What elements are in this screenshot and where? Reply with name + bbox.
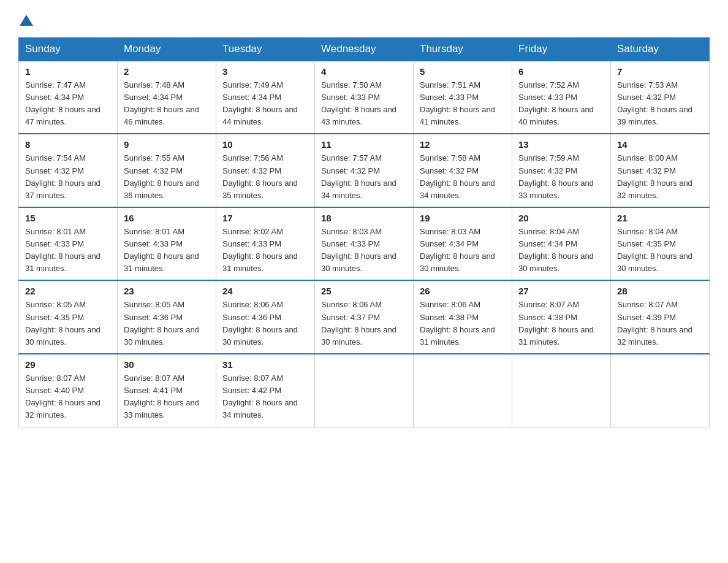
day-info: Sunrise: 8:01 AMSunset: 4:33 PMDaylight:…: [124, 227, 199, 273]
day-info: Sunrise: 8:07 AMSunset: 4:42 PMDaylight:…: [222, 373, 298, 419]
week-row-1: 1 Sunrise: 7:47 AMSunset: 4:34 PMDayligh…: [19, 61, 710, 134]
calendar-cell: 6 Sunrise: 7:52 AMSunset: 4:33 PMDayligh…: [512, 61, 611, 134]
day-number: 24: [222, 286, 308, 296]
week-row-2: 8 Sunrise: 7:54 AMSunset: 4:32 PMDayligh…: [19, 134, 710, 207]
calendar-cell: 22 Sunrise: 8:05 AMSunset: 4:35 PMDaylig…: [19, 280, 118, 354]
calendar-cell: 24 Sunrise: 8:06 AMSunset: 4:36 PMDaylig…: [216, 280, 315, 354]
day-info: Sunrise: 8:00 AMSunset: 4:32 PMDaylight:…: [617, 153, 692, 199]
calendar-cell: [512, 354, 611, 427]
calendar-cell: 12 Sunrise: 7:58 AMSunset: 4:32 PMDaylig…: [414, 134, 512, 207]
day-number: 20: [518, 213, 604, 223]
day-info: Sunrise: 8:07 AMSunset: 4:39 PMDaylight:…: [617, 300, 692, 346]
day-info: Sunrise: 8:02 AMSunset: 4:33 PMDaylight:…: [222, 227, 298, 273]
calendar-cell: 28 Sunrise: 8:07 AMSunset: 4:39 PMDaylig…: [611, 280, 710, 354]
day-info: Sunrise: 7:58 AMSunset: 4:32 PMDaylight:…: [420, 153, 495, 199]
day-number: 10: [222, 139, 308, 150]
calendar-cell: 11 Sunrise: 7:57 AMSunset: 4:32 PMDaylig…: [315, 134, 414, 207]
day-info: Sunrise: 7:52 AMSunset: 4:33 PMDaylight:…: [518, 80, 594, 126]
day-number: 17: [222, 213, 308, 223]
weekday-header-row: SundayMondayTuesdayWednesdayThursdayFrid…: [19, 37, 710, 61]
day-number: 30: [124, 359, 210, 370]
day-number: 7: [617, 66, 703, 77]
day-number: 8: [25, 139, 111, 150]
calendar-cell: 20 Sunrise: 8:04 AMSunset: 4:34 PMDaylig…: [512, 207, 611, 281]
calendar-cell: 15 Sunrise: 8:01 AMSunset: 4:33 PMDaylig…: [19, 207, 118, 281]
day-info: Sunrise: 8:06 AMSunset: 4:37 PMDaylight:…: [321, 300, 396, 346]
calendar-cell: 17 Sunrise: 8:02 AMSunset: 4:33 PMDaylig…: [216, 207, 315, 281]
day-number: 4: [321, 66, 407, 77]
calendar-cell: 9 Sunrise: 7:55 AMSunset: 4:32 PMDayligh…: [118, 134, 216, 207]
weekday-header-tuesday: Tuesday: [216, 37, 315, 61]
day-number: 16: [124, 213, 210, 223]
logo: [18, 12, 33, 31]
calendar-cell: 14 Sunrise: 8:00 AMSunset: 4:32 PMDaylig…: [611, 134, 710, 207]
day-info: Sunrise: 7:51 AMSunset: 4:33 PMDaylight:…: [420, 80, 495, 126]
calendar-cell: 5 Sunrise: 7:51 AMSunset: 4:33 PMDayligh…: [414, 61, 512, 134]
day-info: Sunrise: 7:50 AMSunset: 4:33 PMDaylight:…: [321, 80, 396, 126]
day-info: Sunrise: 8:07 AMSunset: 4:41 PMDaylight:…: [124, 373, 199, 419]
svg-marker-0: [20, 15, 33, 26]
calendar-cell: 3 Sunrise: 7:49 AMSunset: 4:34 PMDayligh…: [216, 61, 315, 134]
calendar-cell: 1 Sunrise: 7:47 AMSunset: 4:34 PMDayligh…: [19, 61, 118, 134]
day-info: Sunrise: 8:04 AMSunset: 4:35 PMDaylight:…: [617, 227, 692, 273]
logo-line1: [18, 12, 33, 31]
day-info: Sunrise: 7:49 AMSunset: 4:34 PMDaylight:…: [222, 80, 298, 126]
week-row-4: 22 Sunrise: 8:05 AMSunset: 4:35 PMDaylig…: [19, 280, 710, 354]
calendar-cell: [315, 354, 414, 427]
day-number: 5: [420, 66, 506, 77]
day-info: Sunrise: 7:55 AMSunset: 4:32 PMDaylight:…: [124, 153, 199, 199]
day-info: Sunrise: 8:07 AMSunset: 4:40 PMDaylight:…: [25, 373, 100, 419]
day-number: 26: [420, 286, 506, 296]
calendar-cell: 31 Sunrise: 8:07 AMSunset: 4:42 PMDaylig…: [216, 354, 315, 427]
page-header: [18, 12, 710, 31]
calendar-cell: 16 Sunrise: 8:01 AMSunset: 4:33 PMDaylig…: [118, 207, 216, 281]
calendar-cell: 21 Sunrise: 8:04 AMSunset: 4:35 PMDaylig…: [611, 207, 710, 281]
calendar-cell: 18 Sunrise: 8:03 AMSunset: 4:33 PMDaylig…: [315, 207, 414, 281]
calendar-cell: 10 Sunrise: 7:56 AMSunset: 4:32 PMDaylig…: [216, 134, 315, 207]
day-number: 2: [124, 66, 210, 77]
day-info: Sunrise: 8:03 AMSunset: 4:34 PMDaylight:…: [420, 227, 495, 273]
day-number: 1: [25, 66, 111, 77]
day-number: 23: [124, 286, 210, 296]
calendar-cell: 19 Sunrise: 8:03 AMSunset: 4:34 PMDaylig…: [414, 207, 512, 281]
day-info: Sunrise: 7:54 AMSunset: 4:32 PMDaylight:…: [25, 153, 100, 199]
day-info: Sunrise: 8:01 AMSunset: 4:33 PMDaylight:…: [25, 227, 100, 273]
calendar-cell: 27 Sunrise: 8:07 AMSunset: 4:38 PMDaylig…: [512, 280, 611, 354]
day-info: Sunrise: 8:06 AMSunset: 4:38 PMDaylight:…: [420, 300, 495, 346]
day-number: 31: [222, 359, 308, 370]
day-info: Sunrise: 8:05 AMSunset: 4:35 PMDaylight:…: [25, 300, 100, 346]
calendar-cell: 29 Sunrise: 8:07 AMSunset: 4:40 PMDaylig…: [19, 354, 118, 427]
day-info: Sunrise: 7:53 AMSunset: 4:32 PMDaylight:…: [617, 80, 692, 126]
calendar-table: SundayMondayTuesdayWednesdayThursdayFrid…: [18, 37, 710, 427]
day-number: 19: [420, 213, 506, 223]
day-info: Sunrise: 7:57 AMSunset: 4:32 PMDaylight:…: [321, 153, 396, 199]
day-number: 9: [124, 139, 210, 150]
calendar-cell: 25 Sunrise: 8:06 AMSunset: 4:37 PMDaylig…: [315, 280, 414, 354]
calendar-cell: 23 Sunrise: 8:05 AMSunset: 4:36 PMDaylig…: [118, 280, 216, 354]
day-info: Sunrise: 8:03 AMSunset: 4:33 PMDaylight:…: [321, 227, 396, 273]
weekday-header-monday: Monday: [118, 37, 216, 61]
day-info: Sunrise: 7:59 AMSunset: 4:32 PMDaylight:…: [518, 153, 594, 199]
weekday-header-wednesday: Wednesday: [315, 37, 414, 61]
day-info: Sunrise: 8:05 AMSunset: 4:36 PMDaylight:…: [124, 300, 199, 346]
day-number: 15: [25, 213, 111, 223]
week-row-3: 15 Sunrise: 8:01 AMSunset: 4:33 PMDaylig…: [19, 207, 710, 281]
weekday-header-thursday: Thursday: [414, 37, 512, 61]
calendar-cell: 26 Sunrise: 8:06 AMSunset: 4:38 PMDaylig…: [414, 280, 512, 354]
calendar-cell: 7 Sunrise: 7:53 AMSunset: 4:32 PMDayligh…: [611, 61, 710, 134]
day-number: 28: [617, 286, 703, 296]
calendar-cell: 2 Sunrise: 7:48 AMSunset: 4:34 PMDayligh…: [118, 61, 216, 134]
day-number: 22: [25, 286, 111, 296]
calendar-cell: [611, 354, 710, 427]
day-number: 18: [321, 213, 407, 223]
calendar-cell: [414, 354, 512, 427]
day-number: 6: [518, 66, 604, 77]
day-info: Sunrise: 8:07 AMSunset: 4:38 PMDaylight:…: [518, 300, 594, 346]
weekday-header-sunday: Sunday: [19, 37, 118, 61]
day-info: Sunrise: 7:47 AMSunset: 4:34 PMDaylight:…: [25, 80, 100, 126]
day-info: Sunrise: 8:06 AMSunset: 4:36 PMDaylight:…: [222, 300, 298, 346]
logo-triangle-icon: [20, 13, 33, 27]
day-number: 12: [420, 139, 506, 150]
day-number: 3: [222, 66, 308, 77]
weekday-header-saturday: Saturday: [611, 37, 710, 61]
